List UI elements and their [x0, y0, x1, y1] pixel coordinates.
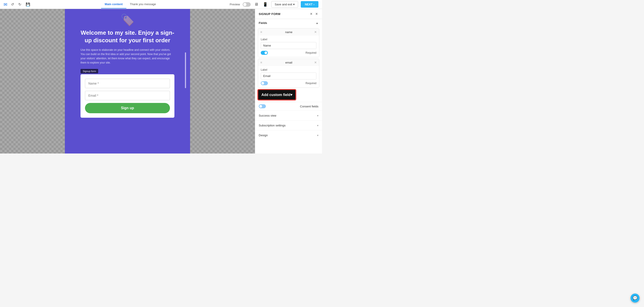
name-label-text: Label [261, 38, 316, 41]
email-required-toggle[interactable] [261, 81, 268, 85]
canvas-area: 🏷️ Welcome to my site. Enjoy a sign-up d… [0, 9, 255, 154]
email-field-header: ≡ email ✕ [258, 59, 319, 66]
success-view-section: Success view ▾ [255, 111, 322, 120]
consent-toggle[interactable] [259, 104, 266, 108]
tab-main-content[interactable]: Main content [101, 0, 126, 9]
consent-label: Consent fields [300, 105, 318, 108]
fields-label: Fields [259, 21, 267, 25]
add-custom-field-label: Add custom field [262, 93, 290, 97]
redo-button[interactable]: ↻ [18, 1, 22, 8]
email-required-row: Required [261, 81, 316, 85]
email-field-body: Label Required [258, 66, 319, 88]
email-required-label: Required [306, 82, 316, 85]
add-custom-field-chevron: ▾ [290, 93, 292, 97]
undo-button[interactable]: ↺ [10, 1, 15, 8]
tab-thank-you[interactable]: Thank you message [126, 0, 160, 9]
design-label: Design [259, 134, 268, 137]
form-headline[interactable]: Welcome to my site. Enjoy a sign-up disc… [80, 29, 174, 44]
signup-form-box: Sign up [80, 74, 174, 118]
form-card: 🏷️ Welcome to my site. Enjoy a sign-up d… [65, 9, 190, 154]
scrollbar[interactable] [185, 52, 186, 88]
email-drag-handle[interactable]: ≡ [260, 61, 262, 64]
subscription-settings-header[interactable]: Subscription settings ▾ [255, 121, 322, 130]
name-field-body: Label Required [258, 36, 319, 57]
panel-header: SIGNUP FORM ✕ ✕ [255, 9, 322, 19]
email-field-close[interactable]: ✕ [314, 61, 317, 64]
add-custom-field-button[interactable]: Add custom field ▾ [258, 90, 296, 100]
name-drag-handle[interactable]: ≡ [260, 30, 262, 34]
name-field-header: ≡ name ✕ [258, 29, 319, 36]
subscription-settings-label: Subscription settings [259, 124, 286, 127]
subscription-settings-section: Subscription settings ▾ [255, 120, 322, 130]
topbar-left: ✉ ↺ ↻ 💾 [4, 1, 31, 8]
badge-icon: 🏷️ [120, 14, 134, 27]
panel-pin-icon[interactable]: ✕ [310, 12, 313, 16]
email-input[interactable] [85, 91, 170, 100]
subscription-settings-chevron: ▾ [317, 124, 318, 127]
name-required-row: Required [261, 51, 316, 55]
signup-form-tag: Signup form [80, 69, 98, 73]
form-body-text: Use this space to elaborate on your head… [80, 48, 174, 65]
panel-title: SIGNUP FORM [259, 12, 280, 16]
right-panel: SIGNUP FORM ✕ ✕ Fields ▲ ≡ name ✕ Label [255, 9, 322, 154]
logo-icon: ✉ [4, 2, 8, 7]
preview-toggle[interactable] [242, 2, 251, 7]
success-view-header[interactable]: Success view ▾ [255, 111, 322, 120]
desktop-icon[interactable]: 🖥 [253, 1, 259, 8]
design-header[interactable]: Design ▾ [255, 130, 322, 140]
success-view-label: Success view [259, 114, 276, 117]
panel-header-icons: ✕ ✕ [310, 12, 318, 16]
email-field-item: ≡ email ✕ Label Required [258, 59, 319, 88]
signup-button[interactable]: Sign up [85, 103, 170, 113]
tab-bar: Main content Thank you message [101, 0, 160, 9]
panel-scroll: Fields ▲ ≡ name ✕ Label [255, 19, 322, 154]
consent-row: Consent fields [255, 102, 322, 111]
email-label-input[interactable] [261, 73, 316, 79]
name-field-item: ≡ name ✕ Label Required [258, 28, 319, 57]
success-view-chevron: ▾ [317, 114, 318, 117]
main-area: 🏷️ Welcome to my site. Enjoy a sign-up d… [0, 9, 322, 154]
next-button[interactable]: NEXT › [301, 1, 318, 8]
name-input[interactable] [85, 79, 170, 88]
preview-label: Preview [230, 3, 240, 6]
name-required-label: Required [306, 51, 316, 54]
name-label-input[interactable] [261, 42, 316, 49]
fields-chevron: ▲ [316, 22, 318, 25]
save-button[interactable]: 💾 [25, 1, 31, 8]
name-field-close[interactable]: ✕ [314, 30, 317, 34]
topbar-right: Preview 🖥 📱 Save and exit ▾ NEXT › [230, 1, 318, 8]
save-exit-button[interactable]: Save and exit ▾ [271, 1, 298, 8]
design-chevron: ▾ [317, 134, 318, 137]
topbar: ✉ ↺ ↻ 💾 Main content Thank you message P… [0, 0, 322, 9]
fields-section-header[interactable]: Fields ▲ [255, 19, 322, 27]
mobile-icon[interactable]: 📱 [262, 1, 268, 8]
email-label-text: Label [261, 68, 316, 71]
design-section: Design ▾ [255, 130, 322, 140]
name-field-name: name [285, 31, 292, 34]
email-field-name: email [285, 61, 292, 64]
panel-close-icon[interactable]: ✕ [315, 12, 318, 16]
name-required-toggle[interactable] [261, 51, 268, 55]
